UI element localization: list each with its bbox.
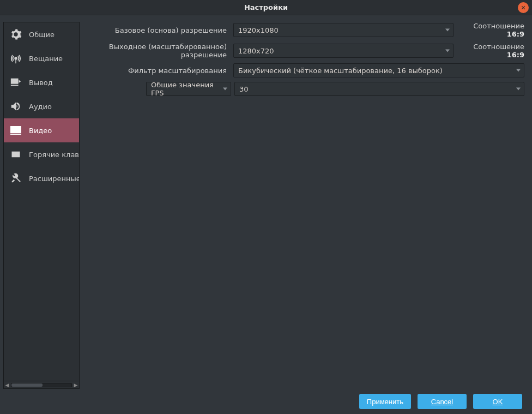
sidebar: Общие Вещание Вывод Аудио xyxy=(3,22,80,389)
chevron-down-icon xyxy=(516,88,521,91)
base-aspect-ratio: Соотношение 16:9 xyxy=(457,22,524,38)
chevron-down-icon xyxy=(445,50,450,52)
sidebar-item-label: Вещание xyxy=(29,55,63,63)
scroll-right-icon: ▶ xyxy=(74,382,78,388)
scroll-thumb[interactable] xyxy=(11,383,43,387)
sidebar-item-hotkeys[interactable]: Горячие клавиши xyxy=(4,142,79,166)
output-aspect-ratio: Соотношение 16:9 xyxy=(457,43,524,59)
scroll-left-icon: ◀ xyxy=(5,382,9,388)
scroll-track[interactable] xyxy=(11,383,72,387)
chevron-down-icon xyxy=(223,88,227,91)
cancel-button[interactable]: Cancel xyxy=(418,394,467,409)
keyboard-icon xyxy=(8,147,23,162)
speaker-icon xyxy=(8,99,23,114)
sidebar-item-label: Вывод xyxy=(29,79,53,87)
close-icon: ✕ xyxy=(521,4,525,11)
fps-value-combo[interactable]: 30 xyxy=(234,82,524,96)
broadcast-icon xyxy=(8,51,23,66)
sidebar-hscrollbar[interactable]: ◀ ▶ xyxy=(3,381,80,389)
base-resolution-label: Базовое (основа) разрешение xyxy=(84,26,230,34)
sidebar-item-stream[interactable]: Вещание xyxy=(4,46,79,70)
tools-icon xyxy=(8,171,23,186)
output-resolution-value: 1280x720 xyxy=(238,47,274,55)
sidebar-item-video[interactable]: Видео xyxy=(4,118,79,142)
downscale-filter-combo[interactable]: Бикубический (чёткое масштабирование, 16… xyxy=(233,63,524,77)
sidebar-item-label: Общие xyxy=(29,31,55,39)
apply-button[interactable]: Применить xyxy=(359,394,411,409)
fps-type-combo[interactable]: Общие значения FPS xyxy=(146,82,231,96)
downscale-filter-label: Фильтр масштабирования xyxy=(84,67,230,75)
output-resolution-label: Выходное (масштабированное) разрешение xyxy=(84,43,230,59)
sidebar-item-label: Видео xyxy=(29,127,52,135)
output-icon xyxy=(8,75,23,90)
fps-type-value: Общие значения FPS xyxy=(151,81,226,97)
chevron-down-icon xyxy=(516,69,521,72)
sidebar-item-label: Аудио xyxy=(29,103,52,111)
sidebar-item-label: Расширенные xyxy=(29,175,80,183)
ok-button[interactable]: OK xyxy=(473,394,522,409)
fps-value: 30 xyxy=(239,85,249,93)
titlebar: Настройки ✕ xyxy=(0,0,532,15)
gear-icon xyxy=(8,27,23,42)
dialog-footer: Применить Cancel OK xyxy=(0,389,532,414)
base-resolution-value: 1920x1080 xyxy=(238,26,279,34)
sidebar-item-output[interactable]: Вывод xyxy=(4,70,79,94)
sidebar-item-general[interactable]: Общие xyxy=(4,22,79,46)
base-resolution-combo[interactable]: 1920x1080 xyxy=(233,23,454,37)
sidebar-item-label: Горячие клавиши xyxy=(29,151,80,159)
downscale-filter-value: Бикубический (чёткое масштабирование, 16… xyxy=(238,67,443,75)
output-resolution-combo[interactable]: 1280x720 xyxy=(233,44,454,58)
sidebar-item-audio[interactable]: Аудио xyxy=(4,94,79,118)
close-button[interactable]: ✕ xyxy=(518,2,529,13)
window-title: Настройки xyxy=(244,3,288,11)
video-settings-panel: Базовое (основа) разрешение 1920x1080 Со… xyxy=(80,22,532,389)
sidebar-item-advanced[interactable]: Расширенные xyxy=(4,166,79,190)
chevron-down-icon xyxy=(445,29,450,32)
monitor-icon xyxy=(8,123,23,138)
